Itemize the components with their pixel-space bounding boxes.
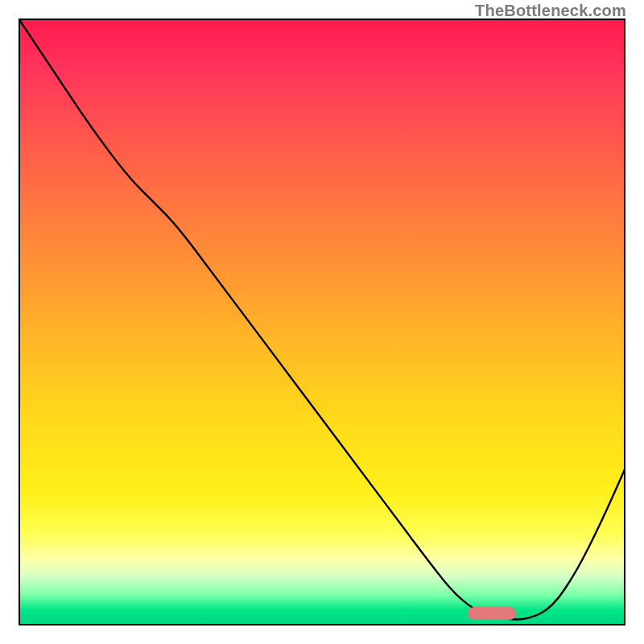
line-plot (19, 19, 625, 625)
chart-container: TheBottleneck.com (0, 0, 644, 644)
recommended-range-marker (468, 607, 516, 620)
watermark: TheBottleneck.com (475, 2, 626, 20)
curve-path (19, 19, 625, 620)
